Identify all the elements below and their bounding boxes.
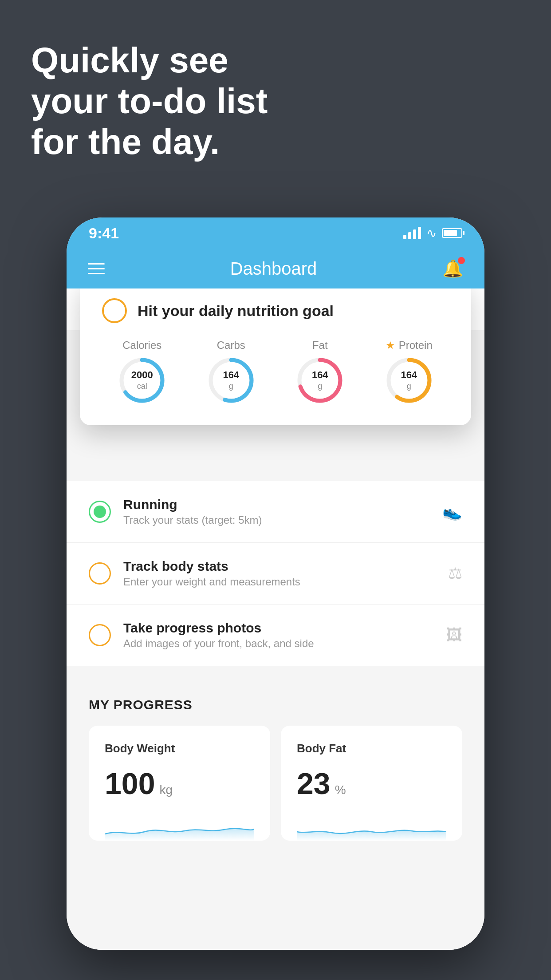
nutrition-stat-fat: Fat 164g [280,339,360,405]
stat-label-calories: Calories [122,339,161,352]
progress-section: MY PROGRESS Body Weight 100 kg [67,675,484,854]
app-header: Dashboard 🔔 [67,249,484,288]
nutrition-stat-protein: ★ Protein 164g [369,339,449,405]
status-time: 9:41 [89,225,119,242]
star-icon: ★ [386,339,395,352]
body-fat-number: 23 [297,766,331,801]
phone-mockup: 9:41 ∿ Dashboard [67,217,484,950]
todo-item-body-stats[interactable]: Track body stats Enter your weight and m… [67,543,484,605]
todo-subtitle-running: Track your stats (target: 5km) [123,514,430,526]
todo-circle-running [89,501,111,523]
nutrition-stat-carbs: Carbs 164g [191,339,272,405]
status-icons: ∿ [403,226,462,241]
nutrition-card: Hit your daily nutrition goal Calories 2… [80,288,471,425]
progress-card-body-fat[interactable]: Body Fat 23 % [281,726,462,841]
body-weight-title: Body Weight [105,742,254,755]
scale-icon: ⚖ [448,564,462,583]
todo-text-running: Running Track your stats (target: 5km) [123,497,430,526]
stat-label-carbs: Carbs [217,339,245,352]
donut-calories: 2000cal [118,356,166,405]
donut-fat: 164g [295,356,344,405]
body-weight-unit: kg [159,783,173,797]
nutrition-title: Hit your daily nutrition goal [138,302,334,320]
donut-value-carbs: 164g [223,370,239,391]
hero-text: Quickly see your to-do list for the day. [31,40,268,162]
todo-item-progress-photos[interactable]: Take progress photos Add images of your … [67,605,484,666]
shoe-icon: 👟 [442,502,462,521]
progress-card-body-weight[interactable]: Body Weight 100 kg [89,726,270,841]
donut-value-fat: 164g [312,370,328,391]
body-weight-chart [105,810,254,841]
wifi-icon: ∿ [426,226,437,241]
todo-circle-progress-photos [89,624,111,646]
bell-icon[interactable]: 🔔 [442,259,463,278]
donut-carbs: 164g [207,356,256,405]
nutrition-check-circle[interactable] [102,298,127,323]
notification-dot [458,257,465,264]
todo-item-running[interactable]: Running Track your stats (target: 5km) 👟 [67,481,484,543]
todo-subtitle-progress-photos: Add images of your front, back, and side [123,637,434,650]
todo-circle-body-stats [89,562,111,585]
body-weight-number: 100 [105,766,155,801]
header-title: Dashboard [230,259,317,279]
todo-title-running: Running [123,497,430,512]
donut-protein: 164g [385,356,433,405]
portrait-icon: 🖼 [446,626,462,644]
page-background: Quickly see your to-do list for the day.… [0,0,551,980]
progress-heading: MY PROGRESS [89,697,462,712]
body-fat-value-row: 23 % [297,766,446,801]
todo-subtitle-body-stats: Enter your weight and measurements [123,576,436,588]
nutrition-stat-calories: Calories 2000cal [102,339,182,405]
signal-bars-icon [403,227,421,239]
stat-label-protein: ★ Protein [386,339,433,352]
progress-cards: Body Weight 100 kg [89,726,462,841]
body-fat-chart [297,810,446,841]
battery-icon [442,228,462,238]
stat-label-fat: Fat [312,339,328,352]
donut-value-calories: 2000cal [131,370,153,391]
body-fat-title: Body Fat [297,742,446,755]
nutrition-card-header: Hit your daily nutrition goal [102,298,449,323]
todo-text-progress-photos: Take progress photos Add images of your … [123,620,434,650]
body-fat-unit: % [335,783,346,797]
todo-text-body-stats: Track body stats Enter your weight and m… [123,559,436,588]
todo-title-progress-photos: Take progress photos [123,620,434,636]
hamburger-menu-button[interactable] [88,263,105,274]
body-weight-value-row: 100 kg [105,766,254,801]
nutrition-stats: Calories 2000cal Carbs [102,339,449,405]
todo-title-body-stats: Track body stats [123,559,436,574]
status-bar: 9:41 ∿ [67,217,484,249]
app-body: THINGS TO DO TODAY Hit your daily nutrit… [67,288,484,950]
donut-value-protein: 164g [401,370,417,391]
todo-section: Running Track your stats (target: 5km) 👟… [67,481,484,666]
